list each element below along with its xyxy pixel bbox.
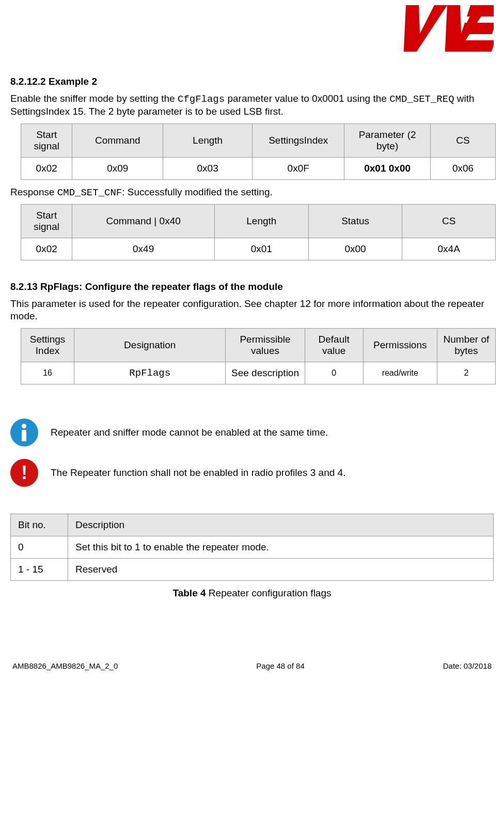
warning-note-row: ! The Repeater function shall not be ena… <box>10 459 494 487</box>
table-rpflags-def: Settings Index Designation Permissible v… <box>21 328 496 384</box>
th-permissions: Permissions <box>363 328 437 362</box>
td-description: Set this bit to 1 to enable the repeater… <box>68 536 494 558</box>
th-command: Command <box>72 124 163 157</box>
table-request-bytes: Start signal Command Length SettingsInde… <box>21 124 496 180</box>
th-default: Default value <box>305 328 363 362</box>
td: 2 <box>437 362 495 384</box>
td-designation: RpFlags <box>74 362 226 384</box>
table4-caption: Table 4 Repeater configuration flags <box>10 587 494 599</box>
text: Enable the sniffer mode by setting the <box>10 93 178 104</box>
th-length: Length <box>214 204 308 238</box>
td: 0x4A <box>402 238 496 260</box>
svg-rect-3 <box>461 23 494 34</box>
code-cmd-set-cnf: CMD_SET_CNF <box>57 187 122 198</box>
svg-marker-0 <box>391 5 447 52</box>
th-bit-no: Bit no. <box>11 514 68 536</box>
caption-bold: Table 4 <box>173 588 206 598</box>
section-8-2-12-2-heading: 8.2.12.2 Example 2 <box>10 76 494 87</box>
info-icon <box>10 419 38 446</box>
th-start-signal: Start signal <box>21 124 72 157</box>
td: read/write <box>363 362 437 384</box>
td: 0x09 <box>72 157 163 179</box>
info-note-row: Repeater and sniffer mode cannot be enab… <box>10 419 494 446</box>
footer-right: Date: 03/2018 <box>443 661 492 670</box>
footer-left: AMB8826_AMB9826_MA_2_0 <box>12 661 118 670</box>
svg-rect-2 <box>467 5 494 17</box>
td: 0x49 <box>72 238 215 260</box>
th-num-bytes: Number of bytes <box>437 328 495 362</box>
header-logo-area <box>10 0 494 70</box>
text: Response <box>10 187 57 197</box>
td: See description <box>226 362 305 384</box>
td-bit-no: 0 <box>11 536 68 558</box>
page-footer: AMB8826_AMB9826_MA_2_0 Page 48 of 84 Dat… <box>10 661 494 670</box>
th-cs: CS <box>430 124 495 157</box>
section1-paragraph: Enable the sniffer mode by setting the C… <box>10 93 494 118</box>
text: : Successfully modified the setting. <box>122 187 272 197</box>
th-settingsindex: SettingsIndex <box>253 124 344 157</box>
response-line: Response CMD_SET_CNF: Successfully modif… <box>10 186 494 199</box>
td: 0x02 <box>21 157 72 179</box>
th-cs: CS <box>402 204 496 238</box>
td-parameter-value: 0x01 0x00 <box>344 157 431 179</box>
td: 0x03 <box>163 157 253 179</box>
th-command-or: Command | 0x40 <box>72 204 215 238</box>
table-response-bytes: Start signal Command | 0x40 Length Statu… <box>21 204 496 260</box>
text: parameter value to 0x0001 using the <box>225 93 389 104</box>
th-parameter: Parameter (2 byte) <box>344 124 431 157</box>
th-status: Status <box>308 204 402 238</box>
code-cmd-set-req: CMD_SET_REQ <box>389 94 454 105</box>
th-description: Description <box>68 514 494 536</box>
td: 0x06 <box>430 157 495 179</box>
section2-paragraph: This parameter is used for the repeater … <box>10 298 494 323</box>
th-length: Length <box>163 124 253 157</box>
footer-center: Page 48 of 84 <box>256 661 304 670</box>
th-permissible: Permissible values <box>226 328 305 362</box>
th-start-signal: Start signal <box>21 204 72 238</box>
td-bit-no: 1 - 15 <box>11 558 68 580</box>
th-settings-index: Settings Index <box>21 328 74 362</box>
info-note-text: Repeater and sniffer mode cannot be enab… <box>51 427 328 438</box>
caption-rest: Repeater configuration flags <box>206 588 332 598</box>
td: 16 <box>21 362 74 384</box>
warning-icon: ! <box>10 459 38 487</box>
section-8-2-13-heading: 8.2.13 RpFlags: Configure the repeater f… <box>10 281 494 292</box>
svg-rect-4 <box>455 40 494 52</box>
td: 0x0F <box>253 157 344 179</box>
we-logo-icon <box>390 5 494 54</box>
td: 0x02 <box>21 238 72 260</box>
td: 0x01 <box>214 238 308 260</box>
th-designation: Designation <box>74 328 226 362</box>
code-cfgflags: CfgFlags <box>178 94 225 105</box>
td-description: Reserved <box>68 558 494 580</box>
td: 0 <box>305 362 363 384</box>
table-bit-description: Bit no. Description 0 Set this bit to 1 … <box>10 514 494 581</box>
warning-note-text: The Repeater function shall not be enabl… <box>51 467 345 479</box>
td: 0x00 <box>308 238 402 260</box>
